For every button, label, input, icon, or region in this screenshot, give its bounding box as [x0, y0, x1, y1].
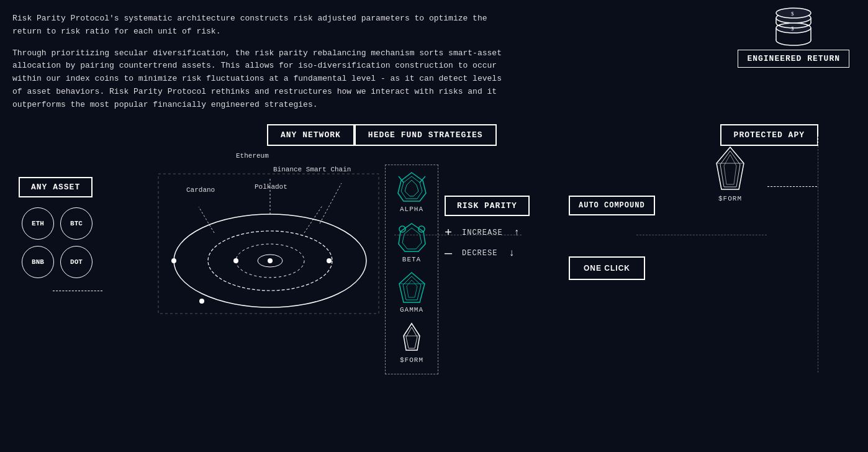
svg-text:$: $ — [791, 25, 794, 32]
svg-line-26 — [199, 207, 214, 233]
ac-to-protected-connector — [636, 235, 767, 235]
coin-btc: BTC — [60, 207, 93, 240]
form-label: $FORM — [718, 195, 742, 202]
alpha-icon — [393, 170, 430, 204]
svg-point-18 — [268, 258, 273, 263]
svg-point-20 — [199, 299, 204, 304]
beta-label: BETA — [402, 256, 421, 263]
orbit-svg — [155, 171, 385, 320]
one-click-button[interactable]: ONE CLICK — [569, 256, 645, 280]
asset-coins-grid: ETH BTC BNB DOT — [22, 207, 93, 278]
auto-compound-panel: AUTO COMPOUND ONE CLICK — [563, 196, 687, 280]
strategy-alpha: ALPHA — [393, 170, 430, 213]
risk-parity-panel: RISK PARITY + INCREASE ↑ — DECRESE ↓ — [438, 196, 563, 261]
engineered-return-section: $ $ ENGINEERED RETURN — [738, 6, 849, 68]
er-horizontal-connector — [767, 186, 817, 187]
strategies-container: ALPHA — [385, 158, 438, 374]
strategy-beta: BETA — [393, 220, 430, 263]
any-network-label: ANY NETWORK — [267, 124, 355, 146]
up-arrow-icon: ↑ — [514, 227, 520, 238]
risk-parity-badge: RISK PARITY — [445, 196, 530, 216]
auto-compound-badge: AUTO COMPOUND — [569, 196, 655, 215]
rp-controls: + INCREASE ↑ — DECRESE ↓ — [445, 226, 520, 261]
right-vertical-connector — [818, 137, 818, 373]
coin-bnb: BNB — [22, 246, 54, 278]
svg-marker-45 — [724, 155, 736, 184]
svg-point-21 — [327, 258, 332, 263]
svg-rect-13 — [158, 174, 379, 314]
asset-connector-line — [53, 291, 102, 291]
diagram-row: ANY ASSET ETH BTC BNB DOT Ethereum Binan… — [12, 158, 856, 374]
increase-text: INCREASE — [462, 228, 503, 237]
beta-icon — [393, 220, 430, 255]
engineered-return-label: ENGINEERED RETURN — [738, 50, 849, 68]
page-container: Risk Parity Protocol's systematic archit… — [0, 0, 868, 452]
coin-stack-icon: $ $ — [769, 6, 818, 43]
decrease-text: DECRESE — [462, 249, 497, 258]
intro-text: Risk Parity Protocol's systematic archit… — [12, 12, 509, 112]
minus-icon: — — [445, 246, 457, 261]
intro-para1: Risk Parity Protocol's systematic archit… — [12, 12, 509, 38]
decrease-row: — DECRESE ↓ — [445, 246, 520, 261]
ethereum-label: Ethereum — [236, 152, 269, 160]
svg-marker-32 — [399, 224, 425, 251]
intro-para2: Through prioritizing secular diversifica… — [12, 47, 509, 112]
plus-icon: + — [445, 226, 457, 240]
strategy-form: $FORM — [393, 321, 430, 364]
protected-apy-label: PROTECTED APY — [720, 124, 818, 146]
svg-marker-41 — [406, 327, 417, 348]
svg-marker-38 — [407, 280, 417, 297]
strat-to-rp-connector — [394, 235, 522, 235]
strategies-dashed-box: ALPHA — [385, 165, 438, 374]
svg-marker-36 — [399, 273, 425, 302]
svg-text:$: $ — [791, 11, 794, 17]
alpha-label: ALPHA — [400, 206, 423, 213]
any-asset-label: ANY ASSET — [19, 177, 93, 197]
increase-row: + INCREASE ↑ — [445, 226, 520, 240]
svg-point-19 — [171, 258, 176, 263]
svg-line-24 — [320, 183, 341, 224]
form-crystal-icon — [712, 146, 749, 192]
main-section: ANY NETWORK HEDGE FUND STRATEGIES PROTEC… — [12, 124, 856, 374]
svg-marker-44 — [720, 151, 740, 187]
protected-panel: $FORM — [693, 146, 767, 202]
svg-marker-37 — [403, 276, 421, 300]
gamma-label: GAMMA — [400, 306, 423, 314]
form-icon-strategy — [393, 321, 430, 355]
ellipse-panel: Ethereum Binance Smart Chain Polkadot Ca… — [149, 152, 385, 326]
hedge-fund-label: HEDGE FUND STRATEGIES — [355, 124, 497, 146]
down-arrow-icon: ↓ — [509, 248, 515, 259]
form-strategy-label: $FORM — [400, 356, 423, 364]
svg-marker-29 — [405, 180, 418, 196]
gamma-icon — [393, 271, 430, 305]
coin-dot: DOT — [60, 246, 93, 278]
coin-eth: ETH — [22, 207, 54, 240]
strategy-gamma: GAMMA — [393, 271, 430, 314]
any-asset-panel: ANY ASSET ETH BTC BNB DOT — [19, 177, 149, 291]
svg-point-22 — [233, 258, 238, 263]
feature-labels-row: ANY NETWORK HEDGE FUND STRATEGIES PROTEC… — [12, 124, 856, 146]
